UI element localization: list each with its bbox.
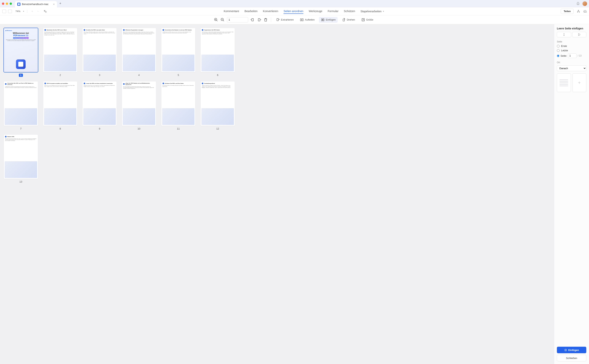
page-number-label: 2 [60, 74, 61, 77]
menu-comments[interactable]: Kommentare [224, 9, 239, 14]
location-select[interactable]: Danach [557, 65, 586, 71]
zoom-out-icon[interactable] [220, 18, 225, 22]
new-tab-button[interactable]: + [59, 1, 61, 6]
rotate-left-icon[interactable] [251, 18, 255, 22]
notifications-icon[interactable] [576, 2, 580, 5]
page-number-label: 11 [177, 127, 180, 130]
page-thumbnail-13[interactable]: ✓Weitere HilfeWir sind immer für Sie da.… [4, 135, 38, 179]
user-avatar[interactable] [582, 1, 587, 6]
page-thumbnail: ✓eSign für PDF-Dateien mit zertifikatbas… [122, 81, 156, 130]
page-toolbar: Extrahieren Aufteilen Einfügen Drehen Gr… [0, 15, 589, 24]
page-number-label: 12 [216, 127, 219, 130]
menu-protect[interactable]: Schützen [344, 9, 355, 14]
cloud-upload-icon[interactable] [583, 10, 587, 13]
panel-toggle-button[interactable] [8, 10, 12, 13]
radio-last-input[interactable] [557, 49, 560, 52]
page-thumbnail-5[interactable]: ✓Konvertieren Sie Dateien in und aus PDF… [161, 28, 195, 72]
radio-first-input[interactable] [557, 45, 560, 47]
orientation-landscape-tab[interactable] [572, 32, 587, 37]
page-thumbnail: ✓Weitere HilfeWir sind immer für Sie da.… [4, 135, 38, 183]
page-number-field[interactable] [568, 53, 576, 58]
page-number-label: 7 [20, 127, 21, 130]
page-thumbnail: ✓GeräteübergreifendJederzeit, überall un… [201, 81, 235, 130]
chevron-down-icon: ▾ [383, 10, 384, 12]
page-thumbnail-7[interactable]: ✓Verwenden Sie OCR, um Text in PDF-Datei… [4, 81, 38, 125]
page-thumbnail-8[interactable]: ✓PDF-Formulare erstellen und ausfüllenSt… [43, 81, 77, 125]
page-thumbnail-2[interactable]: ✓Bearbeiten Sie Ihre PDF wie in WordDie … [43, 28, 77, 72]
svg-rect-10 [321, 19, 322, 21]
radio-page-input[interactable] [557, 55, 559, 57]
page-number-label: 9 [99, 127, 100, 130]
delete-icon[interactable] [264, 18, 268, 22]
tab-close-button[interactable]: × [53, 3, 55, 6]
menu-edit[interactable]: Bearbeiten [245, 9, 258, 14]
page-thumbnail: ◼ PDFelementWillkommen beiPDFelement 11I… [4, 28, 38, 77]
panel-title: Leere Seite einfügen [557, 27, 586, 30]
zoom-percent[interactable]: 74% [15, 10, 20, 13]
page-number-label: 5 [178, 74, 179, 77]
radio-last-page[interactable]: Letzte [557, 49, 586, 52]
menu-arrange-pages[interactable]: Seiten anordnen [284, 9, 303, 14]
page-number-input[interactable] [227, 17, 248, 22]
window-minimize-button[interactable] [6, 2, 8, 5]
extract-label: Extrahieren [281, 18, 294, 21]
page-number-label: 3 [99, 74, 100, 77]
split-label: Aufteilen [305, 18, 315, 21]
tab-title: Benutzerhandbuch-mac [22, 3, 48, 6]
insert-label: Einfügen [326, 18, 336, 21]
menu-form[interactable]: Formular [328, 9, 338, 14]
page-thumbnail: ✓Effiziente KI-gestützte LösungenMüssen … [122, 28, 156, 77]
size-action[interactable]: Größe [359, 17, 375, 23]
insert-button[interactable]: Einfügen [557, 347, 586, 353]
window-close-button[interactable] [2, 2, 4, 5]
close-button[interactable]: Schließen [557, 355, 586, 361]
page-thumbnail: ✓Lesen Sie PDFs mit dem erweiterten Lese… [83, 81, 117, 130]
size-label: Größe [366, 18, 373, 21]
orientation-portrait-tab[interactable] [557, 32, 571, 37]
zoom-out-button[interactable]: − [37, 10, 39, 13]
document-tab[interactable]: Benutzerhandbuch-mac × [15, 1, 57, 7]
section-page-label: Seite [557, 40, 586, 43]
menu-batch[interactable]: Stapelverarbeiten [360, 9, 382, 14]
insert-icon [321, 18, 325, 22]
page-thumbnails-area: ◼ PDFelementWillkommen beiPDFelement 11I… [0, 24, 554, 364]
window-maximize-button[interactable] [10, 2, 12, 5]
page-number-label: 13 [20, 180, 22, 183]
zoom-in-icon[interactable] [214, 18, 218, 22]
template-add[interactable]: + [572, 73, 587, 92]
radio-first-page[interactable]: Erste [557, 45, 586, 47]
zoom-in-button[interactable]: + [32, 10, 33, 13]
extract-icon [276, 18, 280, 22]
share-button[interactable]: Teilen [561, 9, 574, 14]
size-icon [361, 18, 365, 22]
close-button-label: Schließen [566, 357, 577, 360]
page-thumbnail-3[interactable]: ✓Erstellen Sie PDFs aus jeder DateiWenn … [83, 28, 117, 72]
page-thumbnail-12[interactable]: ✓GeräteübergreifendJederzeit, überall un… [201, 81, 235, 125]
template-lined[interactable] [557, 73, 571, 92]
menu-tools[interactable]: Werkzeuge [309, 9, 322, 14]
page-thumbnail-11[interactable]: ✓Schützen Sie PDFs und Ihre DatenIhre Da… [161, 81, 195, 125]
page-number-label: 4 [138, 74, 140, 77]
page-thumbnail-6[interactable]: ✓Organisieren Sie PDF-SeitenSind die Sei… [201, 28, 235, 72]
page-thumbnail-10[interactable]: ✓eSign für PDF-Dateien mit zertifikatbas… [122, 81, 156, 125]
split-icon [300, 18, 304, 22]
page-number-label: 10 [138, 127, 140, 130]
extract-action[interactable]: Extrahieren [274, 17, 296, 23]
rotate-right-icon[interactable] [257, 18, 261, 22]
rotate-action[interactable]: Drehen [340, 17, 357, 23]
menu-convert[interactable]: Konvertieren [263, 9, 278, 14]
page-thumbnail-9[interactable]: ✓Lesen Sie PDFs mit dem erweiterten Lese… [83, 81, 117, 125]
section-location-label: Ort [557, 61, 586, 64]
page-thumbnail-1[interactable]: ◼ PDFelementWillkommen beiPDFelement 11I… [4, 28, 38, 72]
sidebar-toggle-button[interactable] [2, 10, 6, 13]
translate-icon[interactable] [43, 10, 47, 13]
insert-button-label: Einfügen [568, 349, 579, 351]
chevron-down-icon[interactable]: ▾ [23, 10, 24, 12]
org-icon[interactable] [577, 10, 580, 13]
page-thumbnail: ✓Konvertieren Sie Dateien in und aus PDF… [161, 28, 195, 77]
svg-rect-9 [302, 19, 303, 21]
page-thumbnail-4[interactable]: ✓Effiziente KI-gestützte LösungenMüssen … [122, 28, 156, 72]
insert-action[interactable]: Einfügen [319, 17, 338, 23]
split-action[interactable]: Aufteilen [298, 17, 317, 23]
svg-point-2 [579, 12, 580, 12]
